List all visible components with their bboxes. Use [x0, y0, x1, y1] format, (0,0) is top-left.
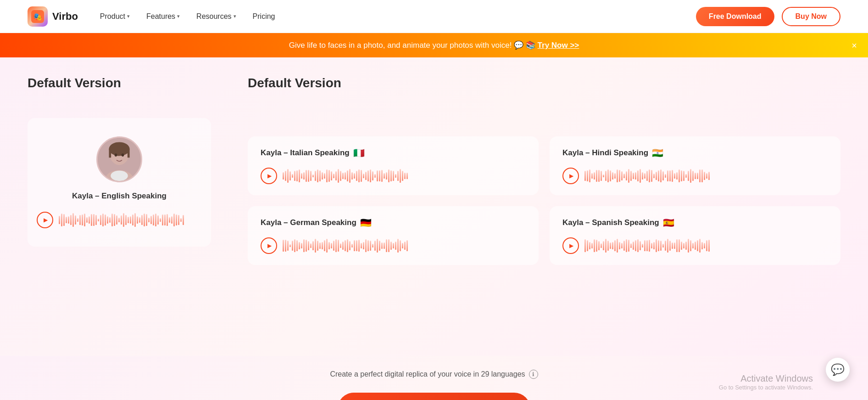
right-panel: Default Version Kayla – Italian Speaking…: [229, 57, 868, 356]
nav-resources-label: Resources: [196, 12, 231, 21]
svg-rect-6: [109, 149, 111, 158]
german-waveform: [283, 239, 435, 253]
svg-text:🎭: 🎭: [33, 12, 42, 21]
german-audio-player: ▶: [261, 237, 435, 254]
voice-card-hindi: Kayla – Hindi Speaking 🇮🇳 ▶: [550, 136, 840, 195]
hindi-waveform: [584, 169, 737, 183]
svg-point-9: [122, 153, 124, 157]
navbar-right: Free Download Buy Now: [696, 7, 840, 26]
spanish-waveform: [584, 239, 737, 253]
flag-german: 🇩🇪: [360, 217, 372, 228]
banner-text: Give life to faces in a photo, and anima…: [289, 40, 579, 50]
right-section-title: Default Version: [248, 76, 840, 90]
navbar-left: 🎭 Virbo Product ▾ Features ▾ Resources ▾…: [28, 6, 275, 27]
avatar: [96, 136, 142, 182]
chevron-down-icon: ▾: [177, 13, 180, 19]
english-waveform: [59, 213, 202, 227]
chat-icon: 💬: [831, 363, 845, 376]
left-panel: Default Version: [0, 57, 229, 356]
windows-watermark-title: Activate Windows: [719, 373, 813, 384]
voice-card-italian: Kayla – Italian Speaking 🇮🇹 ▶: [248, 136, 539, 195]
nav-features-label: Features: [146, 12, 175, 21]
nav-item-resources[interactable]: Resources ▾: [196, 12, 236, 21]
german-play-button[interactable]: ▶: [261, 237, 277, 254]
logo[interactable]: 🎭 Virbo: [28, 6, 78, 27]
play-icon: ▶: [569, 173, 573, 179]
play-icon: ▶: [44, 217, 48, 223]
voice-card-title-spanish: Kayla – Spanish Speaking 🇪🇸: [562, 217, 828, 228]
spanish-audio-player: ▶: [562, 237, 737, 254]
nav-product-label: Product: [100, 12, 125, 21]
italian-waveform: [283, 169, 435, 183]
voice-card-spanish: Kayla – Spanish Speaking 🇪🇸 ▶: [550, 206, 840, 265]
banner-close-button[interactable]: ×: [851, 40, 857, 51]
flag-spanish: 🇪🇸: [663, 217, 674, 228]
flag-hindi: 🇮🇳: [652, 147, 663, 158]
voice-card-title-german: Kayla – German Speaking 🇩🇪: [261, 217, 526, 228]
svg-point-5: [109, 142, 129, 156]
chat-widget[interactable]: 💬: [826, 358, 850, 382]
hindi-audio-player: ▶: [562, 168, 737, 184]
voice-card-title-hindi: Kayla – Hindi Speaking 🇮🇳: [562, 147, 828, 158]
flag-italian: 🇮🇹: [353, 147, 365, 158]
logo-text: Virbo: [52, 11, 78, 23]
banner-link[interactable]: Try Now >>: [538, 41, 579, 50]
nav-item-pricing[interactable]: Pricing: [253, 12, 275, 21]
chevron-down-icon: ▾: [234, 13, 236, 19]
info-icon[interactable]: ℹ: [529, 370, 538, 379]
navbar: 🎭 Virbo Product ▾ Features ▾ Resources ▾…: [0, 0, 868, 33]
play-icon: ▶: [267, 242, 272, 249]
svg-rect-7: [128, 149, 130, 158]
logo-icon: 🎭: [28, 6, 48, 27]
nav-pricing-label: Pricing: [253, 12, 275, 21]
svg-point-10: [111, 170, 128, 181]
voice-cloning-button[interactable]: Get My Voice Cloning: [338, 393, 530, 400]
svg-point-8: [115, 153, 117, 157]
spanish-play-button[interactable]: ▶: [562, 237, 579, 254]
voice-card-german: Kayla – German Speaking 🇩🇪 ▶: [248, 206, 539, 265]
nav-links: Product ▾ Features ▾ Resources ▾ Pricing: [100, 12, 275, 21]
english-play-button[interactable]: ▶: [37, 212, 53, 228]
chevron-down-icon: ▾: [127, 13, 130, 19]
italian-audio-player: ▶: [261, 168, 435, 184]
windows-watermark-subtitle: Go to Settings to activate Windows.: [719, 384, 813, 391]
voice-card-title-italian: Kayla – Italian Speaking 🇮🇹: [261, 147, 526, 158]
windows-watermark: Activate Windows Go to Settings to activ…: [719, 373, 813, 391]
buy-now-button[interactable]: Buy Now: [782, 7, 840, 26]
play-icon: ▶: [267, 173, 272, 179]
promo-banner: Give life to faces in a photo, and anima…: [0, 33, 868, 57]
left-section-title: Default Version: [28, 76, 211, 90]
main-content: Default Version: [0, 57, 868, 356]
avatar-name: Kayla – English Speaking: [72, 192, 167, 201]
nav-item-features[interactable]: Features ▾: [146, 12, 180, 21]
avatar-section: Kayla – English Speaking ▶: [28, 118, 211, 247]
replica-text: Create a perfect digital replica of your…: [330, 370, 538, 379]
italian-play-button[interactable]: ▶: [261, 168, 277, 184]
nav-item-product[interactable]: Product ▾: [100, 12, 130, 21]
free-download-button[interactable]: Free Download: [696, 7, 774, 26]
hindi-play-button[interactable]: ▶: [562, 168, 579, 184]
play-icon: ▶: [569, 242, 573, 249]
english-audio-player: ▶: [37, 212, 202, 228]
voice-grid: Kayla – Italian Speaking 🇮🇹 ▶ Kayla – Hi…: [248, 136, 840, 265]
